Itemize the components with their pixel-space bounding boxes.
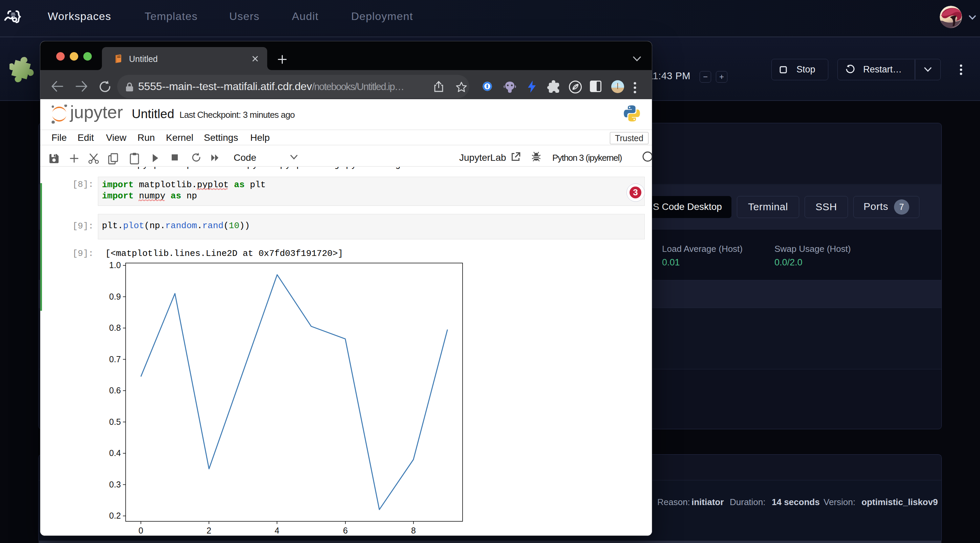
svg-text:1.0: 1.0	[109, 261, 121, 270]
svg-text:0.5: 0.5	[109, 417, 121, 427]
svg-text:4: 4	[275, 526, 279, 535]
svg-text:0.2: 0.2	[109, 511, 121, 520]
svg-text:0: 0	[138, 526, 143, 535]
svg-text:2: 2	[207, 526, 211, 535]
svg-text:0.6: 0.6	[109, 386, 121, 395]
svg-text:0.8: 0.8	[109, 323, 121, 332]
svg-text:8: 8	[411, 526, 416, 535]
svg-text:0.4: 0.4	[109, 448, 121, 458]
svg-text:0.7: 0.7	[109, 354, 121, 364]
svg-text:6: 6	[343, 526, 348, 535]
svg-text:0.9: 0.9	[109, 292, 121, 301]
svg-text:0.3: 0.3	[109, 480, 121, 489]
